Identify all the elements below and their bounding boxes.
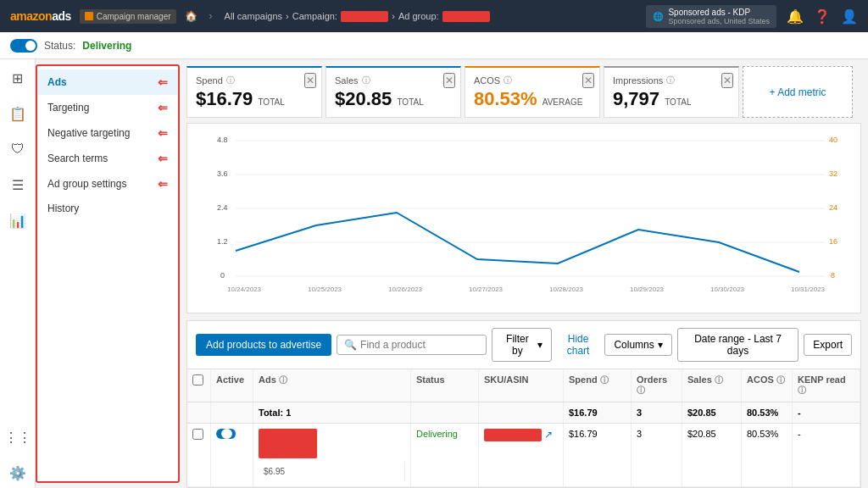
search-input[interactable]: [360, 339, 479, 351]
table-row: $6.95 Delivering ████ ↗ $16.79 3 $20.85 …: [187, 424, 860, 487]
sidebar-icon-settings[interactable]: ⚙️: [8, 463, 28, 483]
sidebar-icon-apps[interactable]: ⋮⋮: [8, 427, 28, 447]
total-label: Total: 1: [253, 402, 411, 423]
header-active: Active: [211, 369, 253, 402]
y-right-8: 8: [831, 271, 835, 280]
status-bar: Status: Delivering: [0, 32, 868, 59]
nav-item-history[interactable]: History: [37, 197, 178, 220]
amazon-ads-logo: amazonads: [10, 9, 71, 23]
metric-spend: ✕ Spend ⓘ $16.79 TOTAL: [186, 66, 322, 118]
nav-item-ads[interactable]: Ads ⇐: [37, 69, 178, 95]
close-acos[interactable]: ✕: [582, 73, 594, 88]
header-sku: SKU/ASIN: [479, 369, 564, 402]
x-label-3: 10/26/2023: [388, 286, 423, 293]
filter-button[interactable]: Filter by ▾: [492, 328, 552, 362]
arrow-targeting: ⇐: [158, 101, 168, 114]
columns-label: Columns: [614, 339, 654, 351]
metric-impressions-value: 9,797 TOTAL: [613, 88, 730, 110]
help-icon[interactable]: ❓: [814, 8, 831, 25]
nav-label-targeting: Targeting: [47, 102, 89, 114]
y-label-3.6: 3.6: [217, 169, 228, 178]
export-button[interactable]: Export: [804, 334, 852, 356]
row-orders: 3: [632, 424, 682, 486]
close-spend[interactable]: ✕: [304, 73, 316, 88]
sponsored-info: 🌐 Sponsored ads - KDP Sponsored ads, Uni…: [646, 5, 776, 28]
row-toggle: [211, 424, 253, 486]
info-icon-spend[interactable]: ⓘ: [226, 75, 235, 86]
row-select-checkbox[interactable]: [192, 429, 203, 440]
table-header: Active Ads ⓘ Status SKU/ASIN Spend ⓘ Ord…: [187, 369, 860, 402]
status-toggle[interactable]: [10, 39, 37, 53]
sidebar-icon-chart[interactable]: 📊: [8, 210, 28, 230]
ad-image: [259, 429, 318, 458]
all-campaigns-link[interactable]: All campaigns: [225, 11, 282, 21]
info-icon-ads[interactable]: ⓘ: [279, 375, 287, 385]
columns-button[interactable]: Columns ▾: [604, 334, 671, 356]
close-impressions[interactable]: ✕: [721, 73, 733, 88]
metrics-row: ✕ Spend ⓘ $16.79 TOTAL ✕ Sales ⓘ $20.85: [186, 66, 861, 118]
arrow-ads: ⇐: [158, 75, 168, 89]
cm-icon: [85, 12, 93, 20]
sidebar-icon-list[interactable]: ☰: [8, 175, 28, 195]
add-metric-button[interactable]: + Add metric: [743, 66, 853, 118]
notification-icon[interactable]: 🔔: [787, 8, 804, 25]
info-icon-spend-h[interactable]: ⓘ: [600, 375, 609, 385]
header-ads: Ads ⓘ: [253, 369, 411, 402]
metric-acos-value: 80.53% AVERAGE: [474, 88, 591, 110]
metric-impressions: ✕ Impressions ⓘ 9,797 TOTAL: [604, 66, 739, 118]
icon-sidebar: ⊞ 📋 🛡 ☰ 📊 ⋮⋮ ⚙️: [0, 59, 36, 488]
nav-label-search-terms: Search terms: [47, 152, 108, 164]
status-label: Status:: [44, 40, 75, 52]
add-metric-label: + Add metric: [769, 86, 826, 98]
info-icon-orders[interactable]: ⓘ: [637, 385, 645, 395]
table-section: Add products to advertise 🔍 Filter by ▾ …: [186, 320, 861, 488]
info-icon-acos[interactable]: ⓘ: [504, 75, 512, 86]
nav-item-targeting[interactable]: Targeting ⇐: [37, 95, 178, 120]
x-label-1: 10/24/2023: [227, 286, 262, 293]
nav-label-history: History: [47, 202, 79, 214]
account-icon[interactable]: 👤: [841, 8, 858, 25]
nav-item-search-terms[interactable]: Search terms ⇐: [37, 146, 178, 171]
adgroup-redacted: ████: [442, 11, 490, 22]
y-label-0: 0: [220, 271, 225, 280]
total-sales: $20.85: [682, 402, 742, 423]
header-spend: Spend ⓘ: [564, 369, 632, 402]
info-icon-kenp[interactable]: ⓘ: [798, 385, 806, 395]
nav-item-ad-group-settings[interactable]: Ad group settings ⇐: [37, 171, 178, 197]
status-value: Delivering: [82, 40, 131, 52]
breadcrumb: All campaigns › Campaign: ████ › Ad grou…: [225, 11, 490, 22]
sidebar-icon-campaigns[interactable]: 📋: [8, 103, 28, 124]
sponsored-region: Sponsored ads, United States: [668, 17, 770, 25]
sidebar-icon-shield[interactable]: 🛡: [8, 139, 28, 159]
ad-price: $6.95: [259, 462, 405, 481]
y-label-1.2: 1.2: [217, 237, 228, 246]
external-link-icon[interactable]: ↗: [544, 429, 553, 441]
nav-item-negative-targeting[interactable]: Negative targeting ⇐: [37, 120, 178, 146]
info-icon-sales-h[interactable]: ⓘ: [715, 375, 723, 385]
total-spend: $16.79: [564, 402, 632, 423]
select-all-checkbox[interactable]: [192, 374, 203, 385]
search-wrap: 🔍: [337, 335, 487, 355]
header-orders: Orders ⓘ: [632, 369, 682, 402]
row-active-toggle[interactable]: [216, 429, 236, 439]
close-sales[interactable]: ✕: [443, 73, 455, 88]
home-icon[interactable]: 🏠: [185, 10, 198, 22]
row-sku: ████ ↗: [479, 424, 564, 486]
metric-spend-label: Spend ⓘ: [196, 75, 313, 86]
info-icon-acos-h[interactable]: ⓘ: [776, 375, 785, 385]
row-status: Delivering: [411, 424, 479, 486]
info-icon-impressions[interactable]: ⓘ: [666, 75, 675, 86]
add-products-button[interactable]: Add products to advertise: [196, 334, 331, 356]
date-range-button[interactable]: Date range - Last 7 days: [677, 328, 799, 362]
campaign-manager-label: Campaign manager: [97, 12, 171, 21]
row-kenp: -: [793, 424, 860, 486]
globe-icon: 🌐: [653, 12, 663, 21]
info-icon-sales[interactable]: ⓘ: [362, 75, 370, 86]
metric-acos-label: ACOS ⓘ: [474, 75, 591, 86]
metric-sales-value: $20.85 TOTAL: [335, 88, 452, 110]
toggle-knob: [25, 41, 36, 51]
hide-chart-button[interactable]: Hide chart: [557, 333, 600, 357]
campaign-manager-badge: Campaign manager: [80, 9, 176, 24]
sidebar-icon-grid[interactable]: ⊞: [8, 68, 28, 88]
y-label-2.4: 2.4: [217, 203, 228, 212]
